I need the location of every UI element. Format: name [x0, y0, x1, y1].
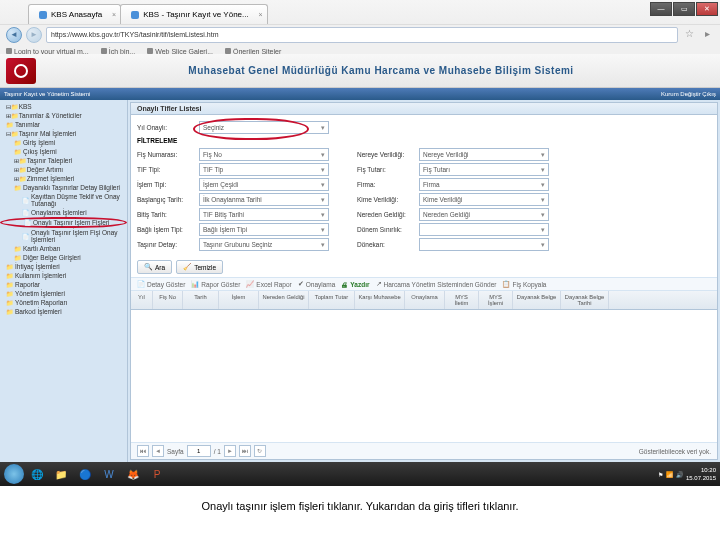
filter-field[interactable]: TIF Bitiş Tarihi [199, 208, 329, 221]
column-header[interactable]: Fiş No [153, 291, 183, 309]
tree-item[interactable]: Giriş İşlemi [0, 138, 127, 147]
filter-field[interactable]: Fiş No [199, 148, 329, 161]
grid-body [131, 310, 717, 442]
filter-label: Dönekan: [357, 241, 415, 248]
toolbar-item[interactable]: 📋Fiş Kopyala [502, 280, 546, 288]
column-header[interactable]: Dayanak Belge Tarihi [561, 291, 609, 309]
filter-label: Başlangıç Tarih: [137, 196, 195, 203]
filter-field[interactable] [419, 238, 549, 251]
filter-label: Kime Verildiği: [357, 196, 415, 203]
tree-item[interactable]: KBS [0, 102, 127, 111]
pager-refresh[interactable]: ↻ [254, 445, 266, 457]
tray-network-icon[interactable]: 📶 [666, 471, 673, 478]
taskbar-powerpoint-icon[interactable]: P [146, 465, 168, 483]
address-bar[interactable]: https://www.kbs.gov.tr/TKYS/tasinir/tif/… [46, 27, 678, 43]
filter-field[interactable]: Kime Verildiği [419, 193, 549, 206]
toolbar-icon: 🖨 [341, 281, 348, 288]
toolbar-item[interactable]: 📄Detay Göster [137, 280, 185, 288]
clear-button[interactable]: 🧹Temizle [176, 260, 223, 274]
column-header[interactable]: Toplam Tutar [309, 291, 355, 309]
maximize-button[interactable]: ▭ [673, 2, 695, 16]
filter-field[interactable]: TIF Tip [199, 163, 329, 176]
taskbar-ie-icon[interactable]: 🌐 [26, 465, 48, 483]
filter-label: TIF Tipi: [137, 166, 195, 173]
tree-item[interactable]: Çıkış İşlemi [0, 147, 127, 156]
filter-field[interactable]: Nereden Geldiği [419, 208, 549, 221]
tray-volume-icon[interactable]: 🔊 [676, 471, 683, 478]
forward-button[interactable]: ► [26, 27, 42, 43]
browser-tab-1[interactable]: KBS Anasayfa× [28, 4, 121, 24]
close-button[interactable]: ✕ [696, 2, 718, 16]
tray-flag-icon[interactable]: ⚑ [658, 471, 663, 478]
taskbar-chrome-icon[interactable]: 🔵 [74, 465, 96, 483]
tree-item[interactable]: Barkod İşlemleri [0, 307, 127, 316]
bookmark-star-icon[interactable]: ☆ [682, 28, 696, 42]
toolbar-item[interactable]: 🖨Yazdır [341, 280, 369, 288]
clock-time: 10:20 [701, 467, 716, 473]
taskbar-explorer-icon[interactable]: 📁 [50, 465, 72, 483]
tree-item[interactable]: Taşınır Talepleri [0, 156, 127, 165]
tree-item[interactable]: Diğer Belge Girişleri [0, 253, 127, 262]
broom-icon: 🧹 [183, 263, 192, 271]
column-header[interactable]: Onaylama [405, 291, 445, 309]
toolbar-item[interactable]: ✔Onaylama [298, 280, 336, 288]
site-title: Muhasebat Genel Müdürlüğü Kamu Harcama v… [42, 65, 720, 76]
filter-field[interactable]: Nereye Verildiği [419, 148, 549, 161]
tree-item[interactable]: Onaylama İşlemleri [0, 208, 127, 217]
pager-last[interactable]: ⏭ [239, 445, 251, 457]
browser-tab-2[interactable]: KBS - Taşınır Kayıt ve Yöne...× [120, 4, 268, 24]
tree-item[interactable]: Taşınır Mal İşlemleri [0, 129, 127, 138]
tree-item[interactable]: Kayıttan Düşme Teklif ve Onay Tutanağı [0, 192, 127, 208]
filter-field[interactable]: Firma [419, 178, 549, 191]
pager-first[interactable]: ⏮ [137, 445, 149, 457]
column-header[interactable]: Tarih [183, 291, 219, 309]
filter-field[interactable]: İlk Onaylanma Tarihi [199, 193, 329, 206]
filter-field[interactable]: Taşınır Grubunu Seçiniz [199, 238, 329, 251]
filter-field[interactable]: Bağlı İşlem Tipi [199, 223, 329, 236]
back-button[interactable]: ◄ [6, 27, 22, 43]
tree-item[interactable]: Tanımlar [0, 120, 127, 129]
grid-status: Gösterilebilecek veri yok. [639, 448, 711, 455]
tree-item[interactable]: Yönetim Raporları [0, 298, 127, 307]
column-header[interactable]: Dayanak Belge [513, 291, 561, 309]
toolbar-item[interactable]: 📊Rapor Göster [191, 280, 240, 288]
header-right-links[interactable]: Kurum Değiştir Çıkış [661, 91, 716, 97]
tree-item[interactable]: Kartlı Ambarı [0, 244, 127, 253]
start-button[interactable] [4, 464, 24, 484]
filter-field[interactable]: İşlem Çeşidi [199, 178, 329, 191]
filter-heading: FİLTRELEME [137, 137, 711, 144]
pager-page-input[interactable] [187, 445, 211, 457]
tree-item[interactable]: Onaylı Taşınır İşlem Fişleri [0, 217, 127, 228]
tree-item[interactable]: Onaylı Taşınır İşlem Fişi Onay İşlemleri [0, 228, 127, 244]
filter-field[interactable] [419, 223, 549, 236]
taskbar-word-icon[interactable]: W [98, 465, 120, 483]
toolbar-item[interactable]: 📈Excel Rapor [246, 280, 291, 288]
bookmark-menu-icon[interactable]: ▸ [700, 28, 714, 42]
column-header[interactable]: Yıl [131, 291, 153, 309]
tree-item[interactable]: Tanımlar & Yöneticiler [0, 111, 127, 120]
tree-item[interactable]: Kullanım İşlemleri [0, 271, 127, 280]
toolbar-item[interactable]: ↗Harcama Yönetim Sisteminden Gönder [376, 280, 497, 288]
filter-field[interactable]: Fiş Tutarı [419, 163, 549, 176]
tree-item[interactable]: Dayanıklı Taşınırlar Detay Bilgileri [0, 183, 127, 192]
clock-date: 15.07.2015 [686, 475, 716, 481]
search-button[interactable]: 🔍Ara [137, 260, 172, 274]
column-header[interactable]: MYS İletim [445, 291, 479, 309]
filter-label: Dönem Sınırlık: [357, 226, 415, 233]
tree-item[interactable]: Zimmet İşlemleri [0, 174, 127, 183]
minimize-button[interactable]: — [650, 2, 672, 16]
pager-prev[interactable]: ◄ [152, 445, 164, 457]
column-header[interactable]: Nereden Geldiği [259, 291, 309, 309]
site-logo [6, 58, 36, 84]
column-header[interactable]: MYS İşlemi [479, 291, 513, 309]
tree-item[interactable]: İhtiyaç İşlemleri [0, 262, 127, 271]
tree-item[interactable]: Değer Artımı [0, 165, 127, 174]
filter-label: Nereden Geldiği: [357, 211, 415, 218]
column-header[interactable]: İşlem [219, 291, 259, 309]
taskbar-firefox-icon[interactable]: 🦊 [122, 465, 144, 483]
pager-next[interactable]: ► [224, 445, 236, 457]
year-select[interactable]: Seçiniz [199, 121, 329, 134]
column-header[interactable]: Karşı Muhasebe [355, 291, 405, 309]
tree-item[interactable]: Raporlar [0, 280, 127, 289]
tree-item[interactable]: Yönetim İşlemleri [0, 289, 127, 298]
